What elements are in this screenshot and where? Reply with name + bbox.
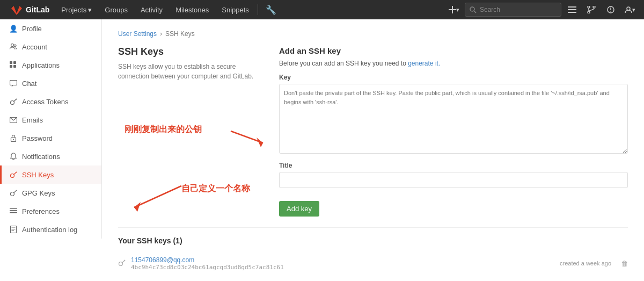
svg-rect-1 xyxy=(449,9,456,10)
svg-rect-5 xyxy=(568,9,576,10)
breadcrumb-current: SSH Keys xyxy=(165,30,195,38)
account-icon xyxy=(9,42,18,51)
key-row-icon xyxy=(118,259,126,268)
key-textarea[interactable] xyxy=(279,84,628,154)
main-content: User Settings › SSH Keys SSH Keys SSH ke… xyxy=(102,19,644,281)
nav-panel-btn[interactable] xyxy=(564,1,581,18)
svg-point-16 xyxy=(14,45,16,47)
nav-milestones[interactable]: Milestones xyxy=(169,0,215,19)
nav-projects[interactable]: Projects ▾ xyxy=(55,0,98,19)
nav-new-btn[interactable]: ▾ xyxy=(445,1,463,18)
auth-log-icon xyxy=(9,225,18,234)
svg-point-13 xyxy=(610,11,611,12)
nav-groups[interactable]: Groups xyxy=(98,0,134,19)
breadcrumb: User Settings › SSH Keys xyxy=(118,30,628,38)
nav-activity[interactable]: Activity xyxy=(134,0,169,19)
page-title-section: SSH Keys SSH keys allow you to establish… xyxy=(118,46,258,217)
svg-rect-6 xyxy=(568,12,576,13)
main-layout: 👤 Profile Account Applications xyxy=(0,19,644,281)
svg-line-32 xyxy=(14,190,17,193)
nav-issues-btn[interactable] xyxy=(602,1,619,18)
svg-point-14 xyxy=(627,7,630,10)
search-icon xyxy=(470,6,477,13)
title-input[interactable] xyxy=(279,172,628,188)
svg-point-2 xyxy=(470,7,474,11)
nav-right-section: ▾ ▾ xyxy=(445,1,639,18)
access-tokens-icon xyxy=(9,97,18,106)
sidebar-item-account[interactable]: Account xyxy=(0,38,101,56)
your-ssh-section: Your SSH keys (1) 1154706899@qq.com 4bc9… xyxy=(118,227,628,275)
chat-icon xyxy=(9,79,18,88)
your-ssh-title: Your SSH keys (1) xyxy=(118,236,628,245)
nav-snippets[interactable]: Snippets xyxy=(215,0,255,19)
nav-divider xyxy=(258,4,258,15)
svg-rect-18 xyxy=(10,65,12,68)
sidebar-item-emails[interactable]: Emails xyxy=(0,111,101,129)
ssh-keys-icon xyxy=(9,170,18,179)
svg-line-3 xyxy=(474,11,477,13)
add-key-button[interactable]: Add key xyxy=(279,201,319,217)
brand-name: GitLab xyxy=(26,5,49,14)
sidebar: 👤 Profile Account Applications xyxy=(0,19,102,239)
svg-rect-35 xyxy=(10,212,17,213)
sidebar-item-notifications[interactable]: Notifications xyxy=(0,147,101,165)
sidebar-item-ssh-keys[interactable]: SSH Keys xyxy=(0,165,101,184)
key-label: Key xyxy=(279,74,628,81)
svg-rect-34 xyxy=(10,210,17,211)
svg-point-9 xyxy=(588,11,590,13)
table-row: 1154706899@qq.com 4bc9h4c73cd8c03c24bc61… xyxy=(118,251,628,275)
page-title: SSH Keys xyxy=(118,46,258,57)
sidebar-item-preferences[interactable]: Preferences xyxy=(0,202,101,220)
notifications-icon xyxy=(9,152,18,161)
generate-it-link[interactable]: generate it. xyxy=(408,60,440,67)
sidebar-item-gpg-keys[interactable]: GPG Keys xyxy=(0,184,101,202)
search-box[interactable] xyxy=(465,3,561,17)
nav-user-btn[interactable]: ▾ xyxy=(621,1,639,18)
sidebar-item-applications[interactable]: Applications xyxy=(0,56,101,74)
title-label: Title xyxy=(279,162,628,169)
top-nav: GitLab Projects ▾ Groups Activity Milest… xyxy=(0,0,644,19)
page-description: SSH keys allow you to establish a secure… xyxy=(118,62,258,81)
breadcrumb-separator: › xyxy=(160,30,162,38)
sidebar-item-access-tokens[interactable]: Access Tokens xyxy=(0,92,101,111)
nav-mr-btn[interactable] xyxy=(583,1,600,18)
svg-line-24 xyxy=(16,99,17,100)
ssh-key-meta: created a week ago xyxy=(560,260,611,266)
ssh-key-fingerprint: 4bc9h4c73cd8c03c24bc61agcqd3ud8gd5c7ac81… xyxy=(131,264,554,271)
svg-rect-17 xyxy=(10,61,12,64)
sidebar-item-chat[interactable]: Chat xyxy=(0,74,101,92)
emails-icon xyxy=(9,116,18,124)
svg-rect-19 xyxy=(13,61,16,64)
profile-icon: 👤 xyxy=(9,24,18,33)
sidebar-item-password[interactable]: Password xyxy=(0,129,101,147)
svg-point-8 xyxy=(593,6,595,8)
svg-rect-4 xyxy=(568,6,576,8)
title-form-group: Title xyxy=(279,162,628,194)
gpg-keys-icon xyxy=(9,189,18,197)
svg-rect-20 xyxy=(13,65,16,68)
preferences-icon xyxy=(9,207,18,215)
applications-icon xyxy=(9,61,18,69)
brand-logo[interactable]: GitLab xyxy=(5,4,55,16)
nav-admin-icon[interactable]: 🔧 xyxy=(260,5,282,15)
page-header: SSH Keys SSH keys allow you to establish… xyxy=(118,46,628,217)
breadcrumb-parent[interactable]: User Settings xyxy=(118,30,157,38)
ssh-key-email[interactable]: 1154706899@qq.com xyxy=(131,256,194,264)
delete-key-button[interactable]: 🗑 xyxy=(621,260,628,268)
add-ssh-section: Add an SSH key Before you can add an SSH… xyxy=(279,46,628,217)
svg-rect-21 xyxy=(10,80,17,85)
svg-line-30 xyxy=(16,172,17,173)
search-input[interactable] xyxy=(480,6,555,13)
password-icon xyxy=(9,134,18,142)
svg-point-15 xyxy=(11,44,14,47)
svg-point-27 xyxy=(13,139,14,140)
add-ssh-subtitle: Before you can add an SSH key you need t… xyxy=(279,60,628,67)
svg-point-7 xyxy=(588,6,590,8)
add-ssh-title: Add an SSH key xyxy=(279,46,628,55)
sidebar-item-profile[interactable]: 👤 Profile xyxy=(0,19,101,38)
sidebar-wrapper: 👤 Profile Account Applications xyxy=(0,19,102,281)
sidebar-item-auth-log[interactable]: Authentication log xyxy=(0,220,101,239)
svg-rect-33 xyxy=(10,208,17,209)
page-wrapper: GitLab Projects ▾ Groups Activity Milest… xyxy=(0,0,644,281)
svg-line-42 xyxy=(124,260,125,261)
